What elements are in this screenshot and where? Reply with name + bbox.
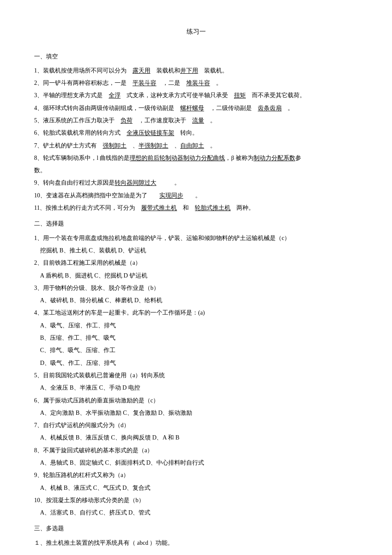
fill-item-7: 7、铲土机的铲土方式有 强制卸土 、半强制卸土 、自由卸土 。 [34, 140, 358, 151]
choice-item-7: 7、自行式铲运机的伺服式分为（d） [34, 419, 358, 431]
choice-item-10-sub: A、活塞式 B、自行式 C、挤压式 D、管式 [40, 507, 358, 518]
choice-item-4b: B、压缩、作工、排气、吸气 [40, 332, 358, 344]
choice-item-1-sub: 挖掘机 B、推土机 C、装载机 D、铲运机 [40, 245, 358, 256]
choice-item-3: 3、用于物料的分级、脱水、脱介等作业是（b） [34, 282, 358, 294]
choice-item-5-sub: A、全液压 B、半液压 C、手动 D 电控 [40, 382, 358, 393]
choice-item-6-sub: A、定向激励 B、水平振动激励 C、复合激励 D、振动激励 [40, 407, 358, 419]
fill-item-4: 4、循环球式转向器由两级传动副组成，一级传动副是 螺杆螺母 ，二级传动副是 齿条… [34, 102, 358, 114]
choice-item-9: 9、轮胎压路机的杠杆式又称为（a） [34, 469, 358, 481]
choice-item-8-sub: A、悬轴式 B、固定轴式 C、斜面排料式 D、中心排料时自行式 [40, 457, 358, 468]
fill-item-10: 10、变速器在从高档摘挡指中空加油是为了 实现同步 。 [34, 190, 358, 201]
fill-item-8b: 数。 [34, 165, 358, 176]
multi-choice-section: 三、多选题 １、推土机推土装置的找平系统具有（ abcd ）功能。 [34, 523, 358, 549]
page-title: 练习一 [34, 26, 358, 38]
fill-item-8: 8、轮式车辆制动系中，l 曲线指的是理想的前后轮制动器制动力分配曲线，β 被称为… [34, 152, 358, 164]
fill-item-9: 9、转向盘自由行程过大原因是转向器间隙过大 。 [34, 177, 358, 188]
choice-item-2: 2、目前铁路工程施工采用的机械是（a） [34, 257, 358, 269]
fill-item-5: 5、液压系统的工作压力取决于 负荷 ，工作速度取决于 流量 。 [34, 115, 358, 126]
choice-item-10: 10、按混凝土泵的移动形式分类的是（b） [34, 494, 358, 506]
choice-item-9-sub: A、机械 B、液压式 C、气压式 D、复合式 [40, 482, 358, 494]
choice-item-6: 6、属于振动式压路机的垂直振动激励的是（c） [34, 395, 358, 406]
fill-item-3: 3、半轴的理想支承方式是 全浮 式支承，这种支承方式可使半轴只承受 扭矩 而不承… [34, 90, 358, 101]
choice-item-3-sub: A、破碎机 B、筛分机械 C、棒磨机 D、给料机 [40, 295, 358, 306]
choice-header: 二、选择题 [34, 218, 358, 229]
choice-item-5: 5、目前我国轮式装载机已普遍使用（a）转向系统 [34, 370, 358, 381]
fill-item-1: 1、装载机按使用场所不同可以分为 露天用 装载机和井下用 装载机。 [34, 65, 358, 76]
choice-item-7-sub: A、机械反馈 B、液压反馈 C、换向阀反馈 D、A 和 B [40, 432, 358, 443]
choice-item-1: 1、用一个装在专用底盘或拖拉机地盘前端的铲斗，铲装、运输和倾卸物料的铲土运输机械… [34, 232, 358, 244]
choice-item-4d: D、吸气、作工、压缩、排气 [40, 357, 358, 369]
fill-blank-header: 一、填空 [34, 51, 358, 62]
multi-choice-header: 三、多选题 [34, 523, 358, 534]
fill-item-11: 11、按推土机的行走方式不同，可分为 履带式推土机 和 轮胎式推土机 两种。 [34, 202, 358, 214]
choice-item-8: 8、不属于旋回式破碎机的基本形式的是（a） [34, 445, 358, 456]
fill-item-6: 6、轮胎式装载机常用的转向方式 全液压铰链接车架 转向。 [34, 127, 358, 139]
multi-choice-item-1: １、推土机推土装置的找平系统具有（ abcd ）功能。 [34, 537, 358, 549]
choice-item-2-sub: A 盾构机 B、掘进机 C、挖掘机 D 铲运机 [40, 270, 358, 281]
choice-item-4a: A、吸气、压缩、作工、排气 [40, 320, 358, 331]
choice-item-4: 4、某工地运送刚才的车是一起重卡。此车的一个工作循环是：(a) [34, 307, 358, 318]
fill-item-2: 2、同一铲斗有两种容积标志，一是 平装斗容 ，二是 堆装斗容 。 [34, 77, 358, 89]
fill-blank-section: 一、填空 1、装载机按使用场所不同可以分为 露天用 装载机和井下用 装载机。 2… [34, 51, 358, 214]
choice-item-4c: C、排气、吸气、压缩、作工 [40, 344, 358, 356]
choice-section: 二、选择题 1、用一个装在专用底盘或拖拉机地盘前端的铲斗，铲装、运输和倾卸物料的… [34, 218, 358, 518]
